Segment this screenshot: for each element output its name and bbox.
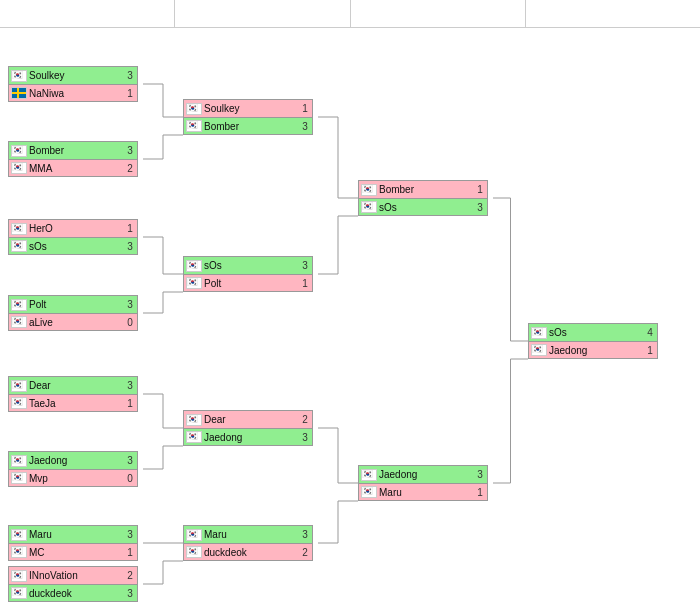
flag-kr bbox=[186, 260, 202, 272]
flag-kr bbox=[11, 455, 27, 467]
flag-kr bbox=[361, 486, 377, 498]
player-name: Jaedong bbox=[204, 432, 298, 443]
flag-kr bbox=[11, 380, 27, 392]
match-m7: Maru3MC1 bbox=[8, 525, 138, 561]
player-score: 4 bbox=[643, 327, 657, 338]
player-name: sOs bbox=[204, 260, 298, 271]
match-m8: INnoVation2duckdeok3 bbox=[8, 566, 138, 602]
player-name: INnoVation bbox=[29, 570, 123, 581]
player-row: Bomber3 bbox=[183, 117, 313, 135]
header-qf bbox=[175, 0, 350, 27]
player-row: Maru3 bbox=[8, 525, 138, 543]
player-row: Bomber3 bbox=[8, 141, 138, 159]
player-row: MMA2 bbox=[8, 159, 138, 177]
flag-kr bbox=[186, 546, 202, 558]
player-name: sOs bbox=[29, 241, 123, 252]
player-name: HerO bbox=[29, 223, 123, 234]
player-score: 1 bbox=[123, 547, 137, 558]
player-row: Jaedong1 bbox=[528, 341, 658, 359]
match-qf1: Soulkey1Bomber3 bbox=[183, 99, 313, 135]
player-name: Bomber bbox=[379, 184, 473, 195]
player-name: MMA bbox=[29, 163, 123, 174]
flag-kr bbox=[11, 162, 27, 174]
flag-se bbox=[11, 87, 27, 99]
player-name: Polt bbox=[204, 278, 298, 289]
player-row: aLive0 bbox=[8, 313, 138, 331]
match-qf4: Maru3duckdeok2 bbox=[183, 525, 313, 561]
player-row: Maru3 bbox=[183, 525, 313, 543]
player-row: duckdeok2 bbox=[183, 543, 313, 561]
match-m5: Dear3TaeJa1 bbox=[8, 376, 138, 412]
flag-kr bbox=[186, 529, 202, 541]
match-sf2: Jaedong3Maru1 bbox=[358, 465, 488, 501]
match-f1: sOs4Jaedong1 bbox=[528, 323, 658, 359]
player-row: Polt3 bbox=[8, 295, 138, 313]
flag-kr bbox=[186, 120, 202, 132]
flag-kr bbox=[11, 472, 27, 484]
flag-kr bbox=[11, 587, 27, 599]
flag-kr bbox=[361, 201, 377, 213]
player-score: 3 bbox=[473, 202, 487, 213]
player-row: Jaedong3 bbox=[358, 465, 488, 483]
player-score: 1 bbox=[123, 223, 137, 234]
player-score: 2 bbox=[298, 547, 312, 558]
player-row: Soulkey1 bbox=[183, 99, 313, 117]
player-score: 0 bbox=[123, 473, 137, 484]
player-score: 3 bbox=[123, 380, 137, 391]
player-name: Bomber bbox=[204, 121, 298, 132]
header-sf bbox=[351, 0, 526, 27]
flag-kr bbox=[531, 327, 547, 339]
header-finals bbox=[526, 0, 700, 27]
player-score: 3 bbox=[298, 260, 312, 271]
player-row: Soulkey3 bbox=[8, 66, 138, 84]
player-row: NaNiwa1 bbox=[8, 84, 138, 102]
flag-kr bbox=[186, 431, 202, 443]
player-score: 3 bbox=[123, 145, 137, 156]
flag-kr bbox=[11, 70, 27, 82]
match-m6: Jaedong3Mvp0 bbox=[8, 451, 138, 487]
match-m4: Polt3aLive0 bbox=[8, 295, 138, 331]
player-score: 3 bbox=[298, 529, 312, 540]
player-score: 3 bbox=[123, 299, 137, 310]
flag-kr bbox=[11, 397, 27, 409]
player-name: TaeJa bbox=[29, 398, 123, 409]
player-row: duckdeok3 bbox=[8, 584, 138, 602]
player-score: 2 bbox=[123, 163, 137, 174]
player-row: sOs3 bbox=[183, 256, 313, 274]
player-score: 1 bbox=[298, 103, 312, 114]
flag-kr bbox=[11, 316, 27, 328]
player-row: Dear3 bbox=[8, 376, 138, 394]
player-name: NaNiwa bbox=[29, 88, 123, 99]
flag-kr bbox=[11, 223, 27, 235]
player-name: Dear bbox=[29, 380, 123, 391]
round-headers bbox=[0, 0, 700, 28]
flag-kr bbox=[186, 103, 202, 115]
player-name: Jaedong bbox=[379, 469, 473, 480]
flag-kr bbox=[186, 414, 202, 426]
header-r16 bbox=[0, 0, 175, 27]
player-score: 3 bbox=[298, 121, 312, 132]
player-row: Bomber1 bbox=[358, 180, 488, 198]
player-row: HerO1 bbox=[8, 219, 138, 237]
flag-kr bbox=[361, 184, 377, 196]
player-row: Polt1 bbox=[183, 274, 313, 292]
player-score: 1 bbox=[473, 184, 487, 195]
flag-kr bbox=[11, 145, 27, 157]
player-name: Soulkey bbox=[204, 103, 298, 114]
player-row: MC1 bbox=[8, 543, 138, 561]
match-m1: Soulkey3NaNiwa1 bbox=[8, 66, 138, 102]
player-row: TaeJa1 bbox=[8, 394, 138, 412]
player-name: Maru bbox=[29, 529, 123, 540]
flag-kr bbox=[186, 277, 202, 289]
bracket-container: Soulkey3NaNiwa1Bomber3MMA2HerO1sOs3Polt3… bbox=[0, 0, 700, 613]
player-score: 3 bbox=[473, 469, 487, 480]
match-sf1: Bomber1sOs3 bbox=[358, 180, 488, 216]
flag-kr bbox=[11, 299, 27, 311]
player-name: Jaedong bbox=[549, 345, 643, 356]
player-row: sOs3 bbox=[358, 198, 488, 216]
player-score: 1 bbox=[643, 345, 657, 356]
player-row: Jaedong3 bbox=[183, 428, 313, 446]
player-score: 2 bbox=[123, 570, 137, 581]
player-name: sOs bbox=[549, 327, 643, 338]
flag-kr bbox=[11, 529, 27, 541]
